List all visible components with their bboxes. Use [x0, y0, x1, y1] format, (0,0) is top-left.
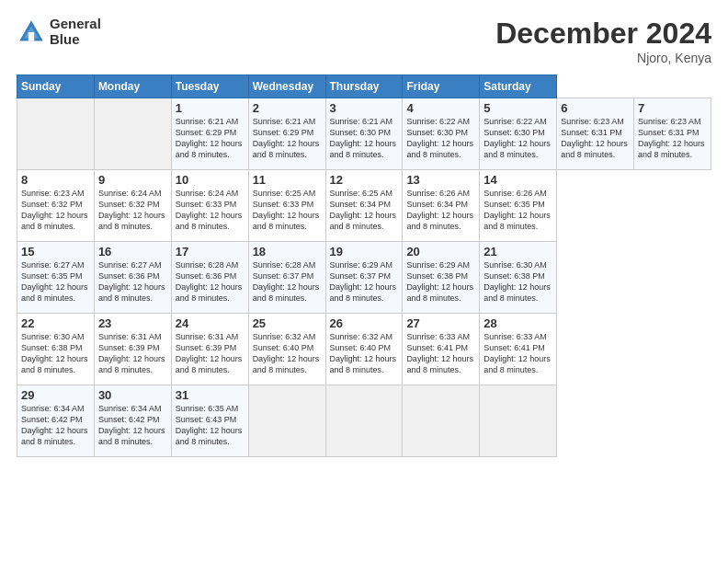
day-number: 20: [406, 245, 475, 259]
calendar-cell: 11Sunrise: 6:25 AMSunset: 6:33 PMDayligh…: [248, 170, 325, 242]
day-info: Sunrise: 6:22 AMSunset: 6:30 PMDaylight:…: [483, 116, 552, 161]
calendar-cell: 13Sunrise: 6:26 AMSunset: 6:34 PMDayligh…: [403, 170, 480, 242]
day-number: 24: [176, 316, 245, 330]
day-number: 14: [483, 173, 552, 187]
day-number: 22: [21, 316, 90, 330]
logo-icon: [17, 17, 46, 47]
day-number: 21: [483, 245, 552, 259]
calendar-cell: 28Sunrise: 6:33 AMSunset: 6:41 PMDayligh…: [480, 314, 557, 385]
day-info: Sunrise: 6:22 AMSunset: 6:30 PMDaylight:…: [406, 116, 475, 161]
calendar-cell: 22Sunrise: 6:30 AMSunset: 6:38 PMDayligh…: [17, 314, 95, 385]
day-number: 9: [98, 173, 167, 187]
day-number: 23: [98, 316, 167, 330]
day-header-sunday: Sunday: [17, 75, 95, 98]
day-number: 30: [98, 388, 167, 402]
calendar-cell: 31Sunrise: 6:35 AMSunset: 6:43 PMDayligh…: [171, 385, 248, 457]
calendar-cell: 14Sunrise: 6:26 AMSunset: 6:35 PMDayligh…: [480, 170, 557, 242]
day-number: 16: [98, 245, 167, 259]
calendar-cell: 5Sunrise: 6:22 AMSunset: 6:30 PMDaylight…: [480, 98, 557, 170]
day-info: Sunrise: 6:24 AMSunset: 6:32 PMDaylight:…: [98, 188, 167, 233]
calendar-cell: 9Sunrise: 6:24 AMSunset: 6:32 PMDaylight…: [94, 170, 171, 242]
day-info: Sunrise: 6:27 AMSunset: 6:35 PMDaylight:…: [21, 259, 90, 304]
day-number: 13: [406, 173, 475, 187]
day-info: Sunrise: 6:30 AMSunset: 6:38 PMDaylight:…: [21, 331, 90, 376]
calendar-cell: [325, 385, 403, 457]
month-title: December 2024: [495, 17, 711, 51]
calendar-cell: 4Sunrise: 6:22 AMSunset: 6:30 PMDaylight…: [403, 98, 480, 170]
logo: General Blue: [17, 17, 101, 47]
day-info: Sunrise: 6:23 AMSunset: 6:31 PMDaylight:…: [561, 116, 630, 161]
day-number: 8: [21, 173, 90, 187]
day-number: 31: [176, 388, 245, 402]
day-info: Sunrise: 6:21 AMSunset: 6:29 PMDaylight:…: [176, 116, 245, 161]
day-info: Sunrise: 6:23 AMSunset: 6:31 PMDaylight:…: [638, 116, 707, 161]
day-number: 26: [330, 316, 399, 330]
day-number: 6: [561, 101, 630, 115]
calendar-cell: 3Sunrise: 6:21 AMSunset: 6:30 PMDaylight…: [325, 98, 403, 170]
day-number: 12: [330, 173, 399, 187]
day-info: Sunrise: 6:34 AMSunset: 6:42 PMDaylight:…: [21, 403, 90, 448]
calendar-cell: 8Sunrise: 6:23 AMSunset: 6:32 PMDaylight…: [17, 170, 95, 242]
calendar-cell: 29Sunrise: 6:34 AMSunset: 6:42 PMDayligh…: [17, 385, 95, 457]
day-info: Sunrise: 6:28 AMSunset: 6:36 PMDaylight:…: [176, 259, 245, 304]
calendar-week-3: 15Sunrise: 6:27 AMSunset: 6:35 PMDayligh…: [17, 242, 711, 314]
day-info: Sunrise: 6:21 AMSunset: 6:29 PMDaylight:…: [253, 116, 322, 161]
calendar-cell: [403, 385, 480, 457]
calendar-cell: 21Sunrise: 6:30 AMSunset: 6:38 PMDayligh…: [480, 242, 557, 314]
day-info: Sunrise: 6:30 AMSunset: 6:38 PMDaylight:…: [483, 259, 552, 304]
day-info: Sunrise: 6:33 AMSunset: 6:41 PMDaylight:…: [483, 331, 552, 376]
day-number: 5: [483, 101, 552, 115]
calendar-cell: 24Sunrise: 6:31 AMSunset: 6:39 PMDayligh…: [171, 314, 248, 385]
calendar-cell: 23Sunrise: 6:31 AMSunset: 6:39 PMDayligh…: [94, 314, 171, 385]
calendar-cell: 26Sunrise: 6:32 AMSunset: 6:40 PMDayligh…: [325, 314, 403, 385]
calendar-cell: 25Sunrise: 6:32 AMSunset: 6:40 PMDayligh…: [248, 314, 325, 385]
day-info: Sunrise: 6:21 AMSunset: 6:30 PMDaylight:…: [330, 116, 399, 161]
day-number: 7: [638, 101, 707, 115]
calendar-cell: 16Sunrise: 6:27 AMSunset: 6:36 PMDayligh…: [94, 242, 171, 314]
calendar-week-4: 22Sunrise: 6:30 AMSunset: 6:38 PMDayligh…: [17, 314, 711, 385]
day-info: Sunrise: 6:32 AMSunset: 6:40 PMDaylight:…: [253, 331, 322, 376]
calendar-week-5: 29Sunrise: 6:34 AMSunset: 6:42 PMDayligh…: [17, 385, 711, 457]
calendar-week-1: 1Sunrise: 6:21 AMSunset: 6:29 PMDaylight…: [17, 98, 711, 170]
day-number: 4: [406, 101, 475, 115]
day-info: Sunrise: 6:26 AMSunset: 6:34 PMDaylight:…: [406, 188, 475, 233]
day-number: 3: [330, 101, 399, 115]
calendar-cell: 17Sunrise: 6:28 AMSunset: 6:36 PMDayligh…: [171, 242, 248, 314]
calendar-cell: [94, 98, 171, 170]
day-number: 19: [330, 245, 399, 259]
header: General Blue December 2024 Njoro, Kenya: [17, 17, 711, 65]
calendar-cell: 6Sunrise: 6:23 AMSunset: 6:31 PMDaylight…: [557, 98, 634, 170]
calendar-cell: 1Sunrise: 6:21 AMSunset: 6:29 PMDaylight…: [171, 98, 248, 170]
day-info: Sunrise: 6:32 AMSunset: 6:40 PMDaylight:…: [330, 331, 399, 376]
calendar-cell: 19Sunrise: 6:29 AMSunset: 6:37 PMDayligh…: [325, 242, 403, 314]
day-number: 1: [176, 101, 245, 115]
day-header-monday: Monday: [94, 75, 171, 98]
calendar-cell: 18Sunrise: 6:28 AMSunset: 6:37 PMDayligh…: [248, 242, 325, 314]
day-info: Sunrise: 6:29 AMSunset: 6:37 PMDaylight:…: [330, 259, 399, 304]
calendar-cell: 27Sunrise: 6:33 AMSunset: 6:41 PMDayligh…: [403, 314, 480, 385]
day-info: Sunrise: 6:23 AMSunset: 6:32 PMDaylight:…: [21, 188, 90, 233]
calendar-table: SundayMondayTuesdayWednesdayThursdayFrid…: [17, 75, 711, 457]
day-info: Sunrise: 6:31 AMSunset: 6:39 PMDaylight:…: [98, 331, 167, 376]
title-block: December 2024 Njoro, Kenya: [495, 17, 711, 65]
calendar-cell: 10Sunrise: 6:24 AMSunset: 6:33 PMDayligh…: [171, 170, 248, 242]
day-number: 27: [406, 316, 475, 330]
calendar-cell: [480, 385, 557, 457]
day-header-tuesday: Tuesday: [171, 75, 248, 98]
calendar-cell: 15Sunrise: 6:27 AMSunset: 6:35 PMDayligh…: [17, 242, 95, 314]
day-info: Sunrise: 6:35 AMSunset: 6:43 PMDaylight:…: [176, 403, 245, 448]
calendar-cell: [248, 385, 325, 457]
calendar-cell: 2Sunrise: 6:21 AMSunset: 6:29 PMDaylight…: [248, 98, 325, 170]
day-info: Sunrise: 6:33 AMSunset: 6:41 PMDaylight:…: [406, 331, 475, 376]
day-info: Sunrise: 6:28 AMSunset: 6:37 PMDaylight:…: [253, 259, 322, 304]
day-info: Sunrise: 6:24 AMSunset: 6:33 PMDaylight:…: [176, 188, 245, 233]
day-info: Sunrise: 6:31 AMSunset: 6:39 PMDaylight:…: [176, 331, 245, 376]
day-header-wednesday: Wednesday: [248, 75, 325, 98]
day-number: 2: [253, 101, 322, 115]
page: General Blue December 2024 Njoro, Kenya …: [0, 0, 728, 563]
calendar-week-2: 8Sunrise: 6:23 AMSunset: 6:32 PMDaylight…: [17, 170, 711, 242]
day-number: 25: [253, 316, 322, 330]
day-info: Sunrise: 6:27 AMSunset: 6:36 PMDaylight:…: [98, 259, 167, 304]
day-info: Sunrise: 6:25 AMSunset: 6:33 PMDaylight:…: [253, 188, 322, 233]
day-header-friday: Friday: [403, 75, 480, 98]
